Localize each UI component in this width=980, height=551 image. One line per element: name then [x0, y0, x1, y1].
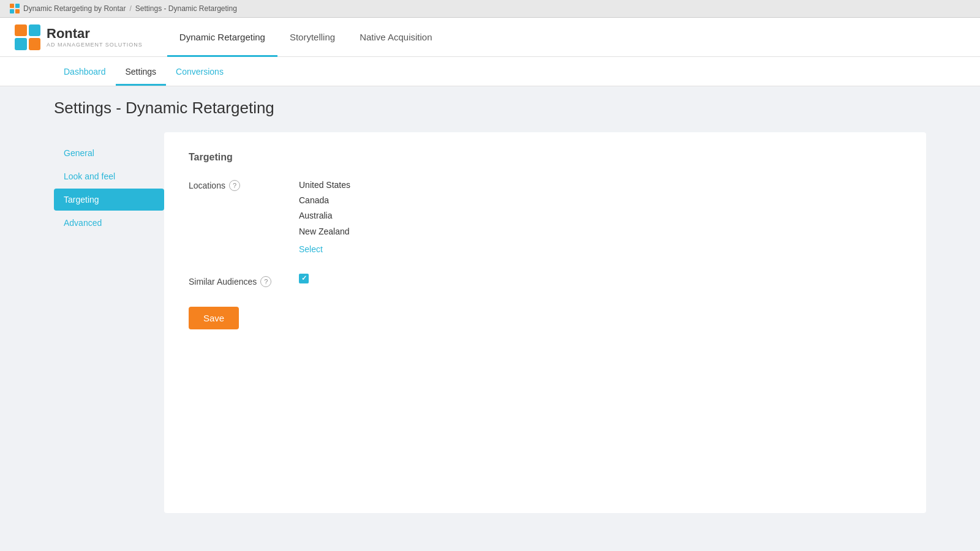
list-item: Australia	[299, 208, 902, 223]
browser-bar: Dynamic Retargeting by Rontar / Settings…	[0, 0, 980, 18]
tab-dashboard[interactable]: Dashboard	[54, 57, 116, 86]
similar-audiences-label: Similar Audiences ?	[189, 274, 299, 287]
sidebar: General Look and feel Targeting Advanced	[54, 127, 164, 513]
sidebar-item-advanced[interactable]: Advanced	[54, 212, 164, 234]
svg-rect-1	[15, 4, 20, 8]
page-header: Settings - Dynamic Retargeting	[0, 86, 980, 127]
similar-audiences-value	[299, 274, 902, 283]
nav-storytelling[interactable]: Storytelling	[277, 18, 347, 57]
breadcrumb-app: Dynamic Retargeting by Rontar	[23, 4, 126, 13]
list-item: Canada	[299, 193, 902, 208]
locations-label: Locations ?	[189, 178, 299, 191]
svg-rect-0	[10, 4, 14, 8]
locations-value: United States Canada Australia New Zeala…	[299, 178, 902, 254]
save-button[interactable]: Save	[189, 307, 239, 329]
page-title: Settings - Dynamic Retargeting	[54, 99, 926, 118]
svg-rect-2	[10, 9, 14, 13]
similar-audiences-checkbox[interactable]	[299, 274, 309, 283]
main-panel: Targeting Locations ? United States Cana…	[164, 132, 926, 513]
tab-settings[interactable]: Settings	[116, 57, 167, 86]
sidebar-item-targeting[interactable]: Targeting	[54, 189, 164, 211]
brand-tagline: AD MANAGEMENT SOLUTIONS	[47, 42, 143, 48]
section-title: Targeting	[189, 152, 902, 163]
sub-nav: Dashboard Settings Conversions	[0, 57, 980, 86]
locations-field-row: Locations ? United States Canada Austral…	[189, 178, 902, 254]
locations-help-icon[interactable]: ?	[229, 180, 240, 191]
brand-name: Rontar	[47, 27, 143, 40]
app-favicon	[10, 4, 20, 13]
main-nav: Dynamic Retargeting Storytelling Native …	[167, 18, 445, 57]
sidebar-item-look-and-feel[interactable]: Look and feel	[54, 165, 164, 187]
svg-rect-3	[15, 9, 20, 13]
select-locations-link[interactable]: Select	[299, 244, 323, 254]
similar-audiences-help-icon[interactable]: ?	[260, 276, 271, 287]
sidebar-item-general[interactable]: General	[54, 142, 164, 164]
logo-icon	[15, 24, 40, 50]
logo: Rontar AD MANAGEMENT SOLUTIONS	[15, 24, 143, 50]
tab-conversions[interactable]: Conversions	[166, 57, 233, 86]
breadcrumb-page: Settings - Dynamic Retargeting	[135, 4, 237, 13]
content-area: General Look and feel Targeting Advanced…	[0, 127, 980, 538]
nav-native-acquisition[interactable]: Native Acquisition	[347, 18, 444, 57]
top-nav: Rontar AD MANAGEMENT SOLUTIONS Dynamic R…	[0, 18, 980, 57]
similar-audiences-field-row: Similar Audiences ?	[189, 274, 902, 287]
location-list: United States Canada Australia New Zeala…	[299, 178, 902, 239]
nav-dynamic-retargeting[interactable]: Dynamic Retargeting	[167, 18, 277, 57]
list-item: New Zealand	[299, 224, 902, 239]
list-item: United States	[299, 178, 902, 193]
breadcrumb-separator: /	[129, 4, 131, 13]
